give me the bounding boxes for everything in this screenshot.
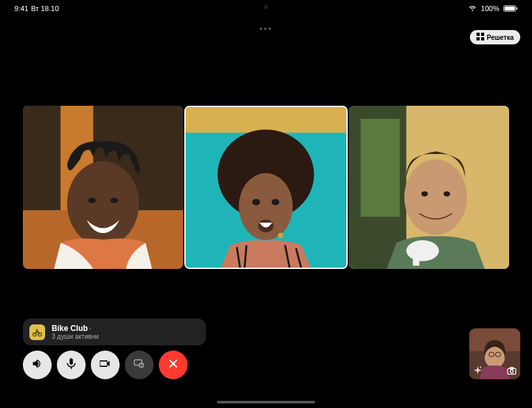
wifi-icon [468, 5, 477, 12]
svg-point-17 [252, 199, 260, 206]
camera-switch-button[interactable] [506, 365, 518, 377]
battery-icon [503, 5, 518, 12]
svg-point-12 [110, 198, 118, 203]
speaker-icon [31, 357, 44, 373]
svg-rect-23 [360, 119, 399, 217]
svg-point-27 [406, 240, 439, 261]
shareplay-button[interactable] [125, 351, 154, 379]
self-view-tile[interactable] [469, 328, 520, 379]
grid-button-label: Решетка [487, 34, 514, 41]
battery-percent: 100% [481, 5, 499, 12]
call-title: Bike Club [52, 324, 88, 333]
svg-rect-14 [186, 107, 346, 133]
shareplay-icon [133, 357, 146, 373]
participant-tile-1[interactable] [23, 106, 183, 269]
svg-point-26 [443, 191, 450, 196]
svg-rect-5 [476, 37, 480, 40]
effects-button[interactable] [472, 365, 484, 377]
close-icon [167, 357, 180, 373]
more-dots-icon[interactable]: ••• [259, 24, 273, 34]
sparkle-icon [473, 366, 483, 376]
home-indicator[interactable] [217, 401, 315, 403]
participant-tile-3[interactable] [349, 106, 509, 269]
svg-rect-2 [516, 7, 518, 10]
participant-video [186, 107, 346, 268]
status-time: 9:41 [14, 5, 28, 12]
mute-button[interactable] [57, 351, 86, 379]
svg-rect-1 [505, 7, 515, 11]
svg-point-33 [141, 364, 142, 365]
chevron-right-icon: › [89, 325, 91, 332]
svg-point-18 [272, 199, 280, 206]
end-call-button[interactable] [159, 351, 188, 379]
call-subtitle: 3 души активни [52, 333, 199, 340]
video-grid [23, 106, 509, 269]
participant-video [23, 106, 183, 269]
svg-point-39 [480, 367, 481, 368]
speaker-button[interactable] [23, 351, 52, 379]
svg-rect-3 [476, 33, 480, 36]
svg-rect-28 [412, 253, 419, 266]
svg-rect-4 [481, 33, 484, 36]
status-date: Вт 18.10 [31, 5, 59, 12]
status-bar: 9:41 Вт 18.10 100% [0, 0, 532, 17]
svg-point-42 [510, 370, 513, 373]
call-info-banner[interactable]: Bike Club › 3 души активни [23, 319, 206, 345]
svg-point-24 [404, 159, 467, 235]
participant-video [349, 106, 509, 269]
camera-button[interactable] [91, 351, 120, 379]
microphone-icon [65, 357, 78, 373]
group-avatar [29, 324, 45, 340]
camera-switch-icon [507, 366, 517, 376]
svg-point-25 [421, 191, 427, 196]
svg-point-11 [88, 198, 96, 203]
svg-rect-6 [481, 37, 484, 40]
participant-tile-2[interactable] [184, 106, 347, 269]
camera-icon [99, 357, 112, 373]
svg-point-20 [278, 233, 284, 238]
call-controls-panel: Bike Club › 3 души активни [23, 319, 206, 379]
svg-point-10 [67, 161, 139, 246]
grid-layout-button[interactable]: Решетка [470, 30, 520, 44]
grid-icon [476, 33, 484, 42]
